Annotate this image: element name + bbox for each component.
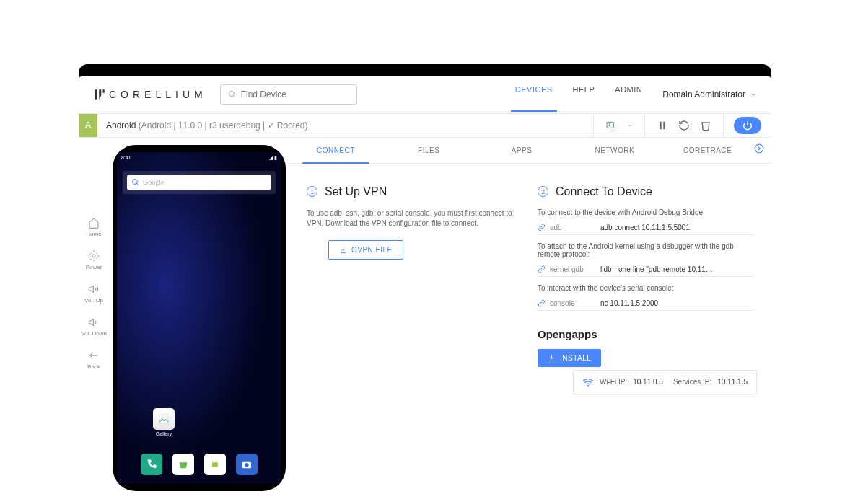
primary-nav: DEVICES HELP ADMIN: [515, 85, 643, 104]
device-actions: [593, 114, 771, 137]
step-2-badge: 2: [538, 186, 548, 197]
search-icon: [228, 89, 237, 100]
svg-rect-12: [159, 415, 168, 423]
step-1-badge: 1: [307, 186, 317, 197]
dock-phone-icon: [146, 459, 157, 470]
logo-icon: [93, 88, 106, 101]
dock-store-app[interactable]: [172, 454, 194, 475]
copy-link-icon[interactable]: [538, 299, 546, 307]
phone-dock: [117, 454, 281, 475]
copy-link-icon[interactable]: [538, 265, 546, 273]
gdb-label: kernel gdb: [550, 265, 596, 273]
device-controls-sidebar: Home Power Vol. Up Vol. Down Back: [79, 138, 109, 441]
svg-point-15: [213, 460, 214, 461]
tab-coretrace[interactable]: CORETRACE: [661, 138, 754, 163]
volume-down-button[interactable]: Vol. Down: [81, 317, 107, 337]
settings-icon: [88, 250, 100, 262]
delete-icon[interactable]: [700, 120, 711, 131]
vpn-description: To use adb, ssh, gdb, or serial console,…: [307, 208, 523, 229]
svg-point-19: [755, 144, 763, 153]
gallery-label: Gallery: [153, 431, 175, 436]
gdb-command[interactable]: lldb --one-line "gdb-remote 10.11…: [600, 265, 754, 273]
svg-marker-7: [89, 286, 93, 292]
snapshot-chevron-icon[interactable]: [627, 123, 633, 128]
logo: CORELLIUM: [93, 88, 207, 101]
install-button-label: INSTALL: [560, 354, 591, 362]
gdb-command-row: kernel gdb lldb --one-line "gdb-remote 1…: [538, 262, 754, 277]
snapshot-icon[interactable]: [605, 120, 617, 131]
phone-gallery-app[interactable]: Gallery: [153, 408, 175, 436]
device-badge: A: [79, 114, 97, 137]
search-input[interactable]: [241, 89, 349, 100]
phone-status-icons: ◢ ▮: [269, 155, 277, 161]
ovpn-download-button[interactable]: OVPN FILE: [328, 240, 403, 260]
adb-label: adb: [550, 224, 596, 231]
restart-icon[interactable]: [678, 120, 690, 131]
console-command-row: console nc 10.11.1.5 2000: [538, 296, 754, 311]
console-label: console: [550, 299, 596, 307]
pause-icon[interactable]: [657, 120, 668, 131]
volume-up-label: Vol. Up: [84, 297, 103, 304]
logo-text: CORELLIUM: [109, 89, 207, 100]
svg-line-11: [137, 183, 139, 185]
svg-point-0: [229, 91, 234, 96]
nav-devices[interactable]: DEVICES: [515, 85, 553, 104]
adb-command[interactable]: adb connect 10.11.1.5:5001: [600, 224, 754, 231]
dock-android-icon: [209, 459, 221, 470]
nav-admin[interactable]: ADMIN: [615, 85, 642, 104]
volume-down-label: Vol. Down: [81, 330, 107, 337]
user-name: Domain Administrator: [662, 89, 745, 100]
tab-connect[interactable]: CONNECT: [289, 138, 382, 163]
vpn-title: Set Up VPN: [325, 185, 387, 198]
volume-up-button[interactable]: Vol. Up: [84, 283, 103, 304]
dock-phone-app[interactable]: [141, 454, 162, 475]
dock-android-app[interactable]: [204, 454, 226, 475]
app-header: CORELLIUM DEVICES HELP ADMIN Domain Admi…: [79, 76, 771, 114]
opengapps-title: Opengapps: [538, 328, 754, 340]
user-menu[interactable]: Domain Administrator: [662, 89, 757, 100]
search-device-box[interactable]: [220, 84, 357, 105]
back-arrow-icon: [88, 350, 100, 361]
services-ip-label: Services IP:: [673, 378, 711, 386]
install-opengapps-button[interactable]: INSTALL: [538, 349, 601, 367]
device-title: Android (Android | 11.0.0 | r3 userdebug…: [106, 120, 308, 131]
power-control-button[interactable]: Power: [86, 250, 102, 270]
back-label: Back: [87, 363, 100, 370]
tab-files[interactable]: FILES: [382, 138, 476, 163]
svg-line-1: [233, 95, 235, 97]
copy-link-icon[interactable]: [538, 224, 546, 231]
connect-section: 2 Connect To Device To connect to the de…: [538, 185, 754, 367]
main-body: Home Power Vol. Up Vol. Down Back 8:41 ◢…: [79, 138, 771, 441]
adb-command-row: adb adb connect 10.11.1.5:5001: [538, 221, 754, 235]
svg-point-18: [245, 463, 248, 467]
panel-tabs: CONNECT FILES APPS NETWORK CORETRACE: [289, 138, 771, 164]
tab-more[interactable]: [754, 143, 771, 156]
home-button[interactable]: Home: [86, 217, 101, 237]
wifi-ip-label: Wi-Fi IP:: [600, 378, 627, 386]
chevron-right-circle-icon: [754, 143, 764, 154]
power-button[interactable]: [734, 117, 761, 134]
phone-screen[interactable]: 8:41 ◢ ▮ Google Gallery: [117, 152, 281, 484]
svg-point-6: [92, 255, 95, 257]
phone-time: 8:41: [121, 155, 131, 161]
download-icon: [548, 354, 556, 362]
chevron-down-icon: [750, 91, 757, 98]
vpn-section: 1 Set Up VPN To use adb, ssh, gdb, or se…: [307, 185, 523, 367]
volume-up-icon: [88, 283, 100, 295]
device-meta: (Android | 11.0.0 | r3 userdebug | ✓ Roo…: [139, 120, 308, 131]
connect-title: Connect To Device: [556, 185, 652, 198]
download-icon: [339, 246, 347, 254]
google-search-icon: [131, 178, 140, 187]
phone-search-widget[interactable]: Google: [123, 171, 276, 194]
back-button[interactable]: Back: [87, 350, 100, 370]
device-subheader: A Android (Android | 11.0.0 | r3 userdeb…: [79, 114, 771, 138]
dock-camera-app[interactable]: [236, 454, 258, 475]
phone-preview-wrap: 8:41 ◢ ▮ Google Gallery: [109, 138, 289, 441]
power-label: Power: [86, 264, 102, 270]
svg-point-20: [587, 385, 588, 386]
tab-network[interactable]: NETWORK: [568, 138, 661, 163]
nav-help[interactable]: HELP: [573, 85, 595, 104]
console-command[interactable]: nc 10.11.1.5 2000: [600, 299, 754, 307]
tab-apps[interactable]: APPS: [476, 138, 569, 163]
adb-description: To connect to the device with Android De…: [538, 208, 754, 216]
